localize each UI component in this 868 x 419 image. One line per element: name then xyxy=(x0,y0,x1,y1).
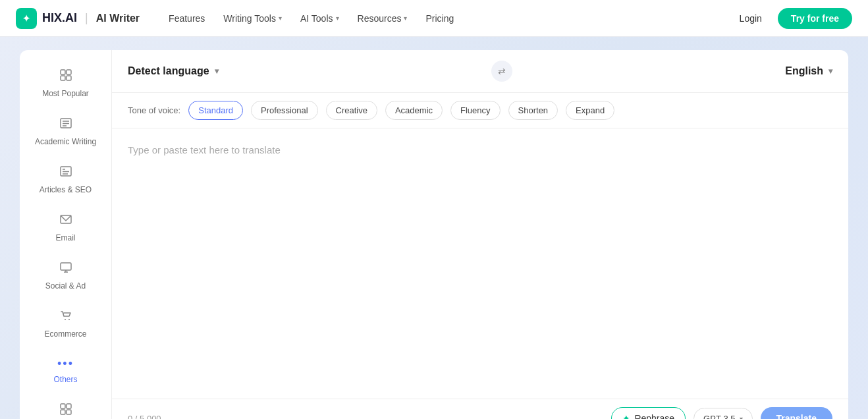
nav-features[interactable]: Features xyxy=(161,9,213,28)
chevron-icon: ▾ xyxy=(336,14,339,22)
svg-rect-13 xyxy=(61,263,71,270)
nav-ai-tools[interactable]: AI Tools ▾ xyxy=(292,9,347,28)
gpt-model-label: GPT-3.5 xyxy=(703,414,735,420)
swap-icon: ⇄ xyxy=(498,66,506,76)
translate-input-area[interactable]: Type or paste text here to translate xyxy=(112,128,848,399)
navbar: ✦ HIX.AI | AI Writer Features Writing To… xyxy=(0,0,868,37)
sidebar-item-email[interactable]: Email xyxy=(25,205,106,250)
tone-standard[interactable]: Standard xyxy=(188,101,243,120)
main-content: Detect language ▾ ⇄ English ▾ Tone of vo… xyxy=(112,50,848,419)
svg-rect-18 xyxy=(61,404,65,408)
detect-language-button[interactable]: Detect language ▾ xyxy=(128,65,219,77)
tone-academic[interactable]: Academic xyxy=(385,101,443,120)
svg-rect-0 xyxy=(61,70,65,74)
sidebar-label: Most Popular xyxy=(42,89,89,98)
logo-icon: ✦ xyxy=(16,8,37,29)
word-count: 0 / 5,000 xyxy=(128,414,161,420)
gpt-model-select[interactable]: GPT-3.5 ▾ xyxy=(693,408,752,420)
nav-links: Features Writing Tools ▾ AI Tools ▾ Reso… xyxy=(161,9,462,28)
detect-language-label: Detect language xyxy=(128,65,209,77)
sidebar-label: Others xyxy=(53,375,77,384)
nav-writing-tools[interactable]: Writing Tools ▾ xyxy=(215,9,290,28)
logo-divider: | xyxy=(85,11,88,25)
sidebar: Most Popular Academic Writing Articles &… xyxy=(20,50,112,419)
academic-icon xyxy=(59,117,72,133)
svg-rect-21 xyxy=(67,410,71,414)
chevron-icon: ▾ xyxy=(279,14,282,22)
textarea-placeholder: Type or paste text here to translate xyxy=(128,144,281,155)
logo-sub: AI Writer xyxy=(96,13,140,24)
tone-creative[interactable]: Creative xyxy=(326,101,377,120)
svg-rect-19 xyxy=(67,404,71,408)
sidebar-item-ecommerce[interactable]: Ecommerce xyxy=(25,301,106,347)
target-language-button[interactable]: English ▾ xyxy=(785,65,832,77)
sidebar-item-all[interactable] xyxy=(25,395,106,419)
ecommerce-icon xyxy=(59,309,72,325)
sidebar-label: Ecommerce xyxy=(44,329,86,339)
tone-professional[interactable]: Professional xyxy=(251,101,318,120)
sidebar-item-articles-seo[interactable]: Articles & SEO xyxy=(25,157,106,202)
most-popular-icon xyxy=(59,69,72,85)
tone-shorten[interactable]: Shorten xyxy=(508,101,558,120)
logo[interactable]: ✦ HIX.AI | AI Writer xyxy=(16,8,140,29)
sidebar-label: Articles & SEO xyxy=(40,185,92,194)
all-icon xyxy=(59,403,72,419)
nav-left: ✦ HIX.AI | AI Writer Features Writing To… xyxy=(16,8,462,29)
sidebar-label: Email xyxy=(55,233,75,242)
svg-rect-3 xyxy=(67,76,71,80)
social-icon xyxy=(59,261,72,277)
nav-right: Login Try for free xyxy=(732,8,852,29)
tone-fluency[interactable]: Fluency xyxy=(450,101,501,120)
detect-chevron-icon: ▾ xyxy=(215,67,219,76)
articles-icon xyxy=(59,165,72,181)
sidebar-item-others[interactable]: ••• Others xyxy=(25,349,106,392)
sidebar-item-social-ad[interactable]: Social & Ad xyxy=(25,253,106,298)
svg-rect-20 xyxy=(61,410,65,414)
page-content: Most Popular Academic Writing Articles &… xyxy=(0,37,868,419)
rephrase-label: Rephrase xyxy=(634,413,674,419)
tone-bar: Tone of voice: Standard Professional Cre… xyxy=(112,93,848,128)
swap-language-button[interactable]: ⇄ xyxy=(491,61,512,82)
rephrase-icon: ✦ xyxy=(622,413,630,419)
login-button[interactable]: Login xyxy=(732,9,770,28)
sidebar-item-most-popular[interactable]: Most Popular xyxy=(25,61,106,106)
sidebar-item-academic-writing[interactable]: Academic Writing xyxy=(25,109,106,154)
translate-button[interactable]: Translate xyxy=(761,407,832,419)
english-chevron-icon: ▾ xyxy=(828,67,832,76)
svg-rect-1 xyxy=(67,70,71,74)
tone-label: Tone of voice: xyxy=(128,105,180,115)
language-bar: Detect language ▾ ⇄ English ▾ xyxy=(112,50,848,93)
nav-pricing[interactable]: Pricing xyxy=(418,9,462,28)
svg-rect-2 xyxy=(61,76,65,80)
email-icon xyxy=(59,213,72,229)
svg-point-16 xyxy=(65,319,66,320)
others-icon: ••• xyxy=(57,357,74,371)
sidebar-label: Academic Writing xyxy=(35,137,96,146)
target-language-label: English xyxy=(785,65,823,77)
try-free-button[interactable]: Try for free xyxy=(778,8,852,29)
footer-actions: ✦ Rephrase GPT-3.5 ▾ Translate xyxy=(611,407,832,419)
chevron-icon: ▾ xyxy=(404,14,407,22)
tone-expand[interactable]: Expand xyxy=(566,101,614,120)
logo-text: HIX.AI xyxy=(42,11,77,25)
rephrase-button[interactable]: ✦ Rephrase xyxy=(611,407,686,419)
footer-bar: 0 / 5,000 ✦ Rephrase GPT-3.5 ▾ Translate xyxy=(112,399,848,419)
nav-resources[interactable]: Resources ▾ xyxy=(350,9,416,28)
sidebar-label: Social & Ad xyxy=(45,281,86,291)
svg-point-17 xyxy=(68,319,70,320)
gpt-chevron-icon: ▾ xyxy=(740,415,743,420)
